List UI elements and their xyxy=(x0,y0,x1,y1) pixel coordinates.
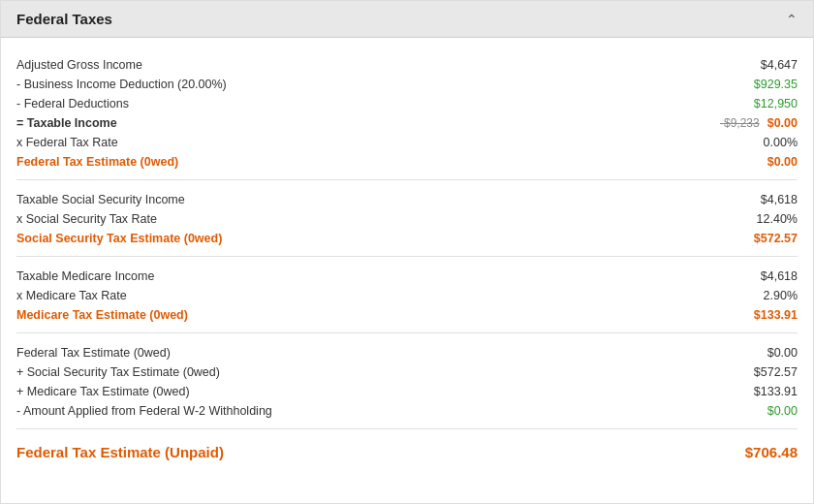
table-row: - Business Income Deduction (20.00%)$929… xyxy=(16,75,798,94)
table-row: + Medicare Tax Estimate (0wed)$133.91 xyxy=(16,382,798,401)
row-label: x Medicare Tax Rate xyxy=(16,289,127,302)
row-label: x Social Security Tax Rate xyxy=(16,212,157,226)
row-label: Taxable Social Security Income xyxy=(16,193,185,206)
table-row: Federal Tax Estimate (0wed)$0.00 xyxy=(16,152,798,172)
final-row: Federal Tax Estimate (Unpaid)$706.48 xyxy=(16,441,798,463)
row-value-group: 2.90% xyxy=(764,289,798,302)
row-label: Adjusted Gross Income xyxy=(16,58,142,72)
row-value-group: $4,618 xyxy=(761,193,798,206)
row-value: 0.00% xyxy=(764,136,798,149)
row-value: $4,618 xyxy=(761,269,798,283)
row-value: $133.91 xyxy=(754,308,798,322)
row-value-group: $0.00 xyxy=(767,404,798,418)
row-value-group: $4,647 xyxy=(761,58,798,72)
row-value-group: $572.57 xyxy=(754,232,798,245)
row-value-group: $12,950 xyxy=(754,97,798,110)
table-row: Adjusted Gross Income$4,647 xyxy=(16,55,798,75)
row-value: $0.00 xyxy=(767,155,798,169)
row-value: $572.57 xyxy=(754,365,798,379)
table-row: = Taxable Income-$9,233$0.00 xyxy=(16,113,798,133)
section-income: Adjusted Gross Income$4,647- Business In… xyxy=(16,46,798,180)
table-row: - Federal Deductions$12,950 xyxy=(16,94,798,113)
table-row: x Medicare Tax Rate2.90% xyxy=(16,286,798,305)
row-value: $0.00 xyxy=(767,116,798,130)
row-value-group: 12.40% xyxy=(757,212,798,226)
row-value-group: $133.91 xyxy=(754,308,798,322)
table-row: - Amount Applied from Federal W-2 Withho… xyxy=(16,401,798,421)
row-value-group: $0.00 xyxy=(767,155,798,169)
row-strikethrough-value: -$9,233 xyxy=(720,116,760,130)
table-row: Federal Tax Estimate (0wed)$0.00 xyxy=(16,343,798,362)
row-label: Taxable Medicare Income xyxy=(16,269,154,283)
row-value-group: -$9,233$0.00 xyxy=(720,116,798,130)
row-label: x Federal Tax Rate xyxy=(16,136,118,149)
row-label: - Federal Deductions xyxy=(16,97,129,110)
card-body: Adjusted Gross Income$4,647- Business In… xyxy=(1,38,813,479)
row-label: - Amount Applied from Federal W-2 Withho… xyxy=(16,404,272,418)
row-value-group: $4,618 xyxy=(761,269,798,283)
section-social-security: Taxable Social Security Income$4,618x So… xyxy=(16,180,798,257)
final-value: $706.48 xyxy=(745,444,798,460)
row-value: $4,647 xyxy=(761,58,798,72)
row-value-group: $929.35 xyxy=(754,78,798,91)
chevron-up-icon[interactable]: ⌃ xyxy=(786,12,798,27)
row-value: $572.57 xyxy=(754,232,798,245)
final-label: Federal Tax Estimate (Unpaid) xyxy=(16,444,224,460)
federal-taxes-card: Federal Taxes ⌃ Adjusted Gross Income$4,… xyxy=(0,0,814,504)
card-title: Federal Taxes xyxy=(16,11,112,27)
row-label: Federal Tax Estimate (0wed) xyxy=(16,155,178,169)
table-row: x Social Security Tax Rate12.40% xyxy=(16,209,798,229)
row-value: $12,950 xyxy=(754,97,798,110)
row-value: $0.00 xyxy=(767,404,798,418)
row-label: - Business Income Deduction (20.00%) xyxy=(16,78,227,91)
row-value-group: $572.57 xyxy=(754,365,798,379)
row-value: $929.35 xyxy=(754,78,798,91)
row-value: $133.91 xyxy=(754,385,798,398)
card-header: Federal Taxes ⌃ xyxy=(1,1,813,38)
row-label: Medicare Tax Estimate (0wed) xyxy=(16,308,188,322)
final-section: Federal Tax Estimate (Unpaid)$706.48 xyxy=(16,429,798,467)
row-value-group: 0.00% xyxy=(764,136,798,149)
row-value: $0.00 xyxy=(767,346,798,360)
section-medicare: Taxable Medicare Income$4,618x Medicare … xyxy=(16,257,798,333)
row-value: 12.40% xyxy=(757,212,798,226)
table-row: Medicare Tax Estimate (0wed)$133.91 xyxy=(16,305,798,325)
table-row: Taxable Social Security Income$4,618 xyxy=(16,190,798,209)
section-summary: Federal Tax Estimate (0wed)$0.00+ Social… xyxy=(16,333,798,429)
row-label: Social Security Tax Estimate (0wed) xyxy=(16,232,222,245)
row-label: + Social Security Tax Estimate (0wed) xyxy=(16,365,220,379)
row-label: = Taxable Income xyxy=(16,116,117,130)
table-row: x Federal Tax Rate0.00% xyxy=(16,133,798,152)
table-row: Taxable Medicare Income$4,618 xyxy=(16,267,798,286)
row-value-group: $133.91 xyxy=(754,385,798,398)
row-label: Federal Tax Estimate (0wed) xyxy=(16,346,171,360)
row-value: $4,618 xyxy=(761,193,798,206)
row-value: 2.90% xyxy=(764,289,798,302)
table-row: + Social Security Tax Estimate (0wed)$57… xyxy=(16,362,798,382)
row-label: + Medicare Tax Estimate (0wed) xyxy=(16,385,190,398)
table-row: Social Security Tax Estimate (0wed)$572.… xyxy=(16,229,798,248)
row-value-group: $0.00 xyxy=(767,346,798,360)
